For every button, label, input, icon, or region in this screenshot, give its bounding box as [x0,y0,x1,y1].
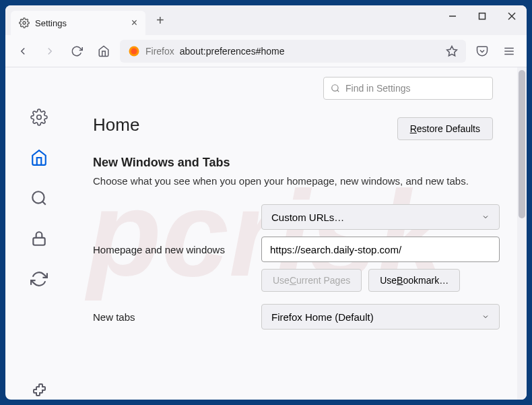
svg-point-12 [32,191,44,203]
tab-close-icon[interactable]: × [131,17,137,29]
main-panel: Find in Settings Home Restore Defaults N… [73,67,527,400]
home-button[interactable] [93,40,114,62]
back-button[interactable] [12,40,34,62]
tab-title: Settings [35,18,67,28]
new-tab-button[interactable]: + [151,9,170,32]
url-address: about:preferences#home [180,46,285,57]
sidebar-sync-icon[interactable] [30,270,48,288]
use-current-pages-button[interactable]: Use Current Pages [261,269,362,292]
content-area: pcrisk Find in Settings Home Restore Def… [5,67,527,400]
tab-settings[interactable]: Settings × [11,11,145,35]
window-controls [438,5,527,27]
url-bar[interactable]: Firefox about:preferences#home [120,40,466,63]
sidebar-search-icon[interactable] [30,189,48,208]
homepage-label: Homepage and new windows [93,244,248,255]
tab-bar: Settings × + [5,5,527,35]
maximize-button[interactable] [467,5,497,27]
svg-rect-14 [33,238,44,245]
sidebar-extensions-icon[interactable] [30,381,48,400]
svg-line-13 [42,201,46,205]
svg-rect-2 [479,13,486,20]
reload-button[interactable] [66,40,88,62]
menu-button[interactable] [498,40,520,62]
search-placeholder: Find in Settings [345,83,411,94]
sidebar-privacy-icon[interactable] [30,229,48,248]
sidebar-general-icon[interactable] [30,108,48,127]
svg-point-11 [37,115,42,120]
browser-window: Settings × + Firefox about:preferences#h… [5,5,527,400]
chevron-down-icon [481,213,490,221]
homepage-select-value: Custom URLs… [271,212,344,223]
close-button[interactable] [497,5,527,27]
settings-search[interactable]: Find in Settings [323,77,493,100]
homepage-url-input[interactable] [261,237,500,262]
section-title: New Windows and Tabs [93,156,500,170]
newtabs-select[interactable]: Firefox Home (Default) [261,304,500,330]
section-desc: Choose what you see when you open your h… [93,175,500,187]
homepage-select[interactable]: Custom URLs… [261,204,500,230]
pocket-icon[interactable] [471,40,493,62]
svg-point-6 [131,48,137,54]
url-context: Firefox [145,46,174,57]
svg-point-15 [332,85,338,91]
sidebar-home-icon[interactable] [30,148,48,167]
forward-button[interactable] [39,40,61,62]
newtabs-select-value: Firefox Home (Default) [271,311,374,323]
minimize-button[interactable] [438,5,467,27]
search-icon [331,84,340,93]
svg-line-16 [337,90,339,92]
svg-point-0 [23,22,26,24]
gear-icon [19,18,30,28]
svg-marker-7 [447,46,457,55]
restore-defaults-button[interactable]: Restore Defaults [397,117,493,140]
bookmark-star-icon[interactable] [446,45,458,57]
use-bookmark-button[interactable]: Use Bookmark… [368,269,460,292]
chevron-down-icon [481,313,490,321]
newtabs-label: New tabs [93,311,248,323]
firefox-icon [128,45,140,57]
preferences-sidebar [5,67,73,400]
toolbar: Firefox about:preferences#home [5,35,527,67]
